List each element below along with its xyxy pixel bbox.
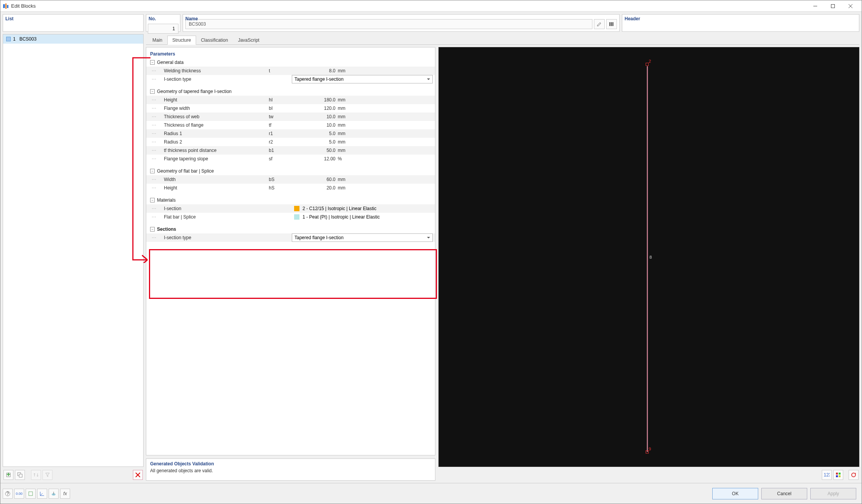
param-value[interactable]: 5.0	[292, 131, 338, 136]
svg-rect-20	[839, 475, 841, 477]
reset-view-button[interactable]	[849, 470, 859, 480]
param-row: ⋯I-section typeTapered flange I-section	[146, 75, 435, 83]
tree-indent: ⋯	[146, 185, 162, 191]
show-numbers-button[interactable]: 123	[822, 470, 832, 480]
param-label: Thickness of flange	[162, 122, 269, 128]
param-label: Flat bar | Splice	[162, 214, 269, 220]
param-label: Height	[162, 185, 269, 191]
minimize-button[interactable]	[806, 0, 824, 11]
tab-classification[interactable]: Classification	[196, 36, 233, 44]
copy-item-button[interactable]	[15, 470, 25, 480]
titlebar: Edit Blocks	[0, 0, 862, 12]
svg-rect-13	[19, 474, 22, 477]
node[interactable]	[646, 63, 649, 66]
tab-main[interactable]: Main	[147, 36, 167, 44]
param-unit: mm	[338, 97, 361, 103]
param-symbol: r2	[269, 139, 292, 145]
cancel-button[interactable]: Cancel	[761, 488, 807, 499]
node-label: 9	[649, 447, 651, 451]
apply-button[interactable]: Apply	[810, 488, 856, 499]
edit-name-button[interactable]	[594, 19, 605, 29]
svg-rect-1	[5, 3, 7, 9]
viewport-3d[interactable]: 829	[438, 47, 859, 467]
param-unit: mm	[338, 114, 361, 119]
param-unit: mm	[338, 185, 361, 191]
group-header[interactable]: −General data	[146, 58, 435, 67]
library-button[interactable]	[606, 19, 617, 29]
render-button[interactable]	[49, 489, 59, 499]
param-value[interactable]: 60.0	[292, 177, 338, 182]
param-label: Welding thickness	[162, 68, 269, 73]
param-row: ⋯Thickness of webtw10.0mm	[146, 113, 435, 121]
svg-text:✚: ✚	[7, 472, 10, 477]
tab-javascript[interactable]: JavaScript	[233, 36, 264, 44]
name-input[interactable]	[185, 19, 592, 29]
param-dropdown[interactable]: Tapered flange I-section	[292, 233, 433, 242]
param-symbol: bS	[269, 177, 292, 182]
param-dropdown[interactable]: Tapered flange I-section	[292, 75, 433, 83]
filter-button[interactable]	[43, 470, 52, 480]
name-title: Name	[185, 16, 198, 21]
ok-button[interactable]: OK	[712, 488, 758, 499]
node-label: 2	[649, 59, 651, 64]
group-name: General data	[157, 60, 183, 65]
show-colors-button[interactable]	[833, 470, 843, 480]
param-value[interactable]: 180.0	[292, 97, 338, 103]
tree-indent: ⋯	[146, 131, 162, 136]
material-value[interactable]: 1 - Peat (Pt) | Isotropic | Linear Elast…	[292, 214, 380, 220]
group-header[interactable]: −Sections	[146, 225, 435, 233]
grid-button[interactable]	[26, 489, 36, 499]
group-header[interactable]: −Materials	[146, 196, 435, 204]
tab-structure[interactable]: Structure	[167, 36, 196, 45]
edit-blocks-window: Edit Blocks List No. Name	[0, 0, 862, 504]
svg-rect-17	[836, 473, 838, 475]
node[interactable]	[646, 450, 649, 453]
param-symbol: b1	[269, 148, 292, 153]
maximize-button[interactable]	[824, 0, 842, 11]
param-value[interactable]: 10.0	[292, 114, 338, 119]
delete-item-button[interactable]	[133, 470, 143, 480]
list-body: 1 BCS003	[3, 34, 144, 467]
tree-indent: ⋯	[146, 235, 162, 240]
param-value[interactable]: 10.0	[292, 122, 338, 128]
svg-rect-24	[29, 492, 33, 496]
no-input[interactable]	[148, 24, 178, 34]
script-button[interactable]: fx	[60, 489, 70, 499]
tabs: Main Structure Classification JavaScript	[146, 34, 859, 45]
member-line[interactable]	[647, 66, 648, 452]
param-row: ⋯tf thickness point distanceb150.0mm	[146, 146, 435, 155]
material-value[interactable]: 2 - C12/15 | Isotropic | Linear Elastic	[292, 206, 376, 211]
param-value[interactable]: 5.0	[292, 139, 338, 145]
tree-indent: ⋯	[146, 114, 162, 119]
param-unit: mm	[338, 122, 361, 128]
tree-indent: ⋯	[146, 139, 162, 145]
name-panel: Name	[183, 14, 620, 32]
close-button[interactable]	[842, 0, 859, 11]
tree-indent: ⋯	[146, 106, 162, 111]
list-item[interactable]: 1 BCS003	[3, 34, 143, 44]
param-value[interactable]: 8.0	[292, 68, 338, 73]
material-text: 2 - C12/15 | Isotropic | Linear Elastic	[303, 206, 376, 211]
tree-indent: ⋯	[146, 77, 162, 82]
group-header[interactable]: −Geometry of flat bar | Splice	[146, 167, 435, 175]
new-item-button[interactable]: ✚	[3, 470, 13, 480]
param-symbol: tf	[269, 122, 292, 128]
validation-message: All generated objects are valid.	[150, 468, 431, 473]
material-swatch	[294, 214, 299, 220]
svg-text:123: 123	[824, 473, 830, 477]
param-value[interactable]: 12.00	[292, 156, 338, 161]
param-symbol: t	[269, 68, 292, 73]
axes-button[interactable]	[37, 489, 47, 499]
window-title: Edit Blocks	[11, 3, 36, 9]
param-unit: mm	[338, 148, 361, 153]
units-button[interactable]: 0.00	[14, 489, 24, 499]
help-button[interactable]: ?	[3, 489, 13, 499]
list-title: List	[5, 16, 13, 21]
param-value[interactable]: 50.0	[292, 148, 338, 153]
sort-button[interactable]	[31, 470, 41, 480]
svg-rect-19	[836, 475, 838, 477]
param-value[interactable]: 20.0	[292, 185, 338, 191]
param-value[interactable]: 120.0	[292, 106, 338, 111]
group-header[interactable]: −Geometry of tapered flange I-section	[146, 87, 435, 96]
svg-rect-2	[7, 5, 8, 8]
